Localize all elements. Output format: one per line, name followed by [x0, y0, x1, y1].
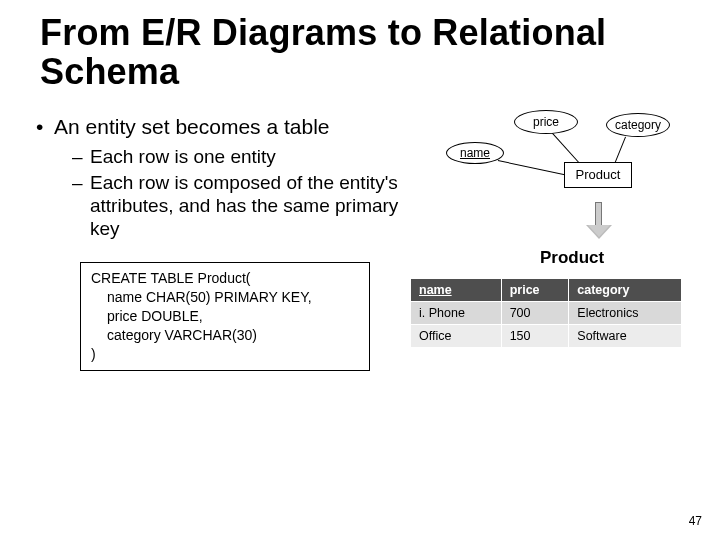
- left-column: • An entity set becomes a table – Each r…: [40, 114, 410, 371]
- code-line: price DOUBLE,: [91, 307, 359, 326]
- cell-category: Software: [569, 324, 682, 347]
- code-line: category VARCHAR(30): [91, 326, 359, 345]
- sub-bullet-list: – Each row is one entity – Each row is c…: [72, 145, 410, 240]
- relation-table-title: Product: [540, 248, 604, 268]
- code-line: CREATE TABLE Product(: [91, 269, 359, 288]
- er-connector: [614, 136, 626, 164]
- bullet-dot-icon: •: [36, 114, 54, 140]
- page-title: From E/R Diagrams to Relational Schema: [40, 14, 680, 92]
- cell-price: 700: [501, 301, 569, 324]
- sub-bullet: – Each row is one entity: [72, 145, 410, 168]
- er-diagram: price category name Product: [416, 110, 676, 260]
- er-entity-product: Product: [564, 162, 632, 188]
- er-attribute-name: name: [446, 142, 504, 164]
- er-attribute-name-text: name: [460, 146, 490, 160]
- er-attribute-category: category: [606, 113, 670, 137]
- right-column: price category name Product Product name…: [410, 114, 680, 371]
- bullet-main-text: An entity set becomes a table: [54, 114, 330, 140]
- sql-code-box: CREATE TABLE Product( name CHAR(50) PRIM…: [80, 262, 370, 370]
- page-number: 47: [689, 514, 702, 528]
- bullet-dash-icon: –: [72, 171, 90, 241]
- table-header-category: category: [569, 278, 682, 301]
- arrow-down-icon: [586, 202, 610, 242]
- er-attribute-price: price: [514, 110, 578, 134]
- sub-bullet-text: Each row is composed of the entity's att…: [90, 171, 410, 241]
- er-connector: [498, 160, 569, 176]
- table-row: Office 150 Software: [411, 324, 682, 347]
- table-row: i. Phone 700 Electronics: [411, 301, 682, 324]
- bullet-main: • An entity set becomes a table: [36, 114, 410, 140]
- relation-table: name price category i. Phone 700 Electro…: [410, 278, 682, 348]
- bullet-dash-icon: –: [72, 145, 90, 168]
- table-header-row: name price category: [411, 278, 682, 301]
- cell-category: Electronics: [569, 301, 682, 324]
- sub-bullet-text: Each row is one entity: [90, 145, 276, 168]
- table-header-name: name: [411, 278, 502, 301]
- table-header-price: price: [501, 278, 569, 301]
- code-line: ): [91, 345, 359, 364]
- cell-name: i. Phone: [411, 301, 502, 324]
- body-row: • An entity set becomes a table – Each r…: [40, 114, 680, 371]
- cell-name: Office: [411, 324, 502, 347]
- sub-bullet: – Each row is composed of the entity's a…: [72, 171, 410, 241]
- cell-price: 150: [501, 324, 569, 347]
- code-line: name CHAR(50) PRIMARY KEY,: [91, 288, 359, 307]
- slide: From E/R Diagrams to Relational Schema •…: [0, 0, 720, 540]
